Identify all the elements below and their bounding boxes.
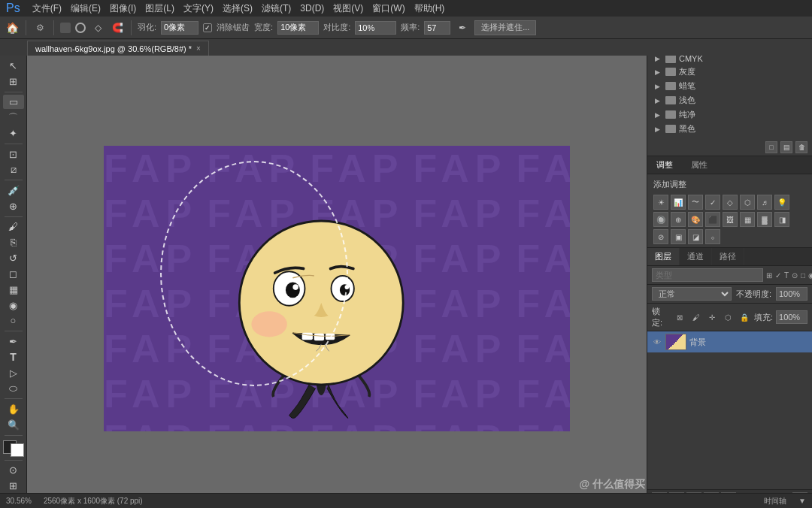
- color-selector[interactable]: [3, 440, 24, 457]
- light-group[interactable]: ▶ 浅色: [652, 93, 807, 107]
- marquee-tool-icon[interactable]: ▭: [3, 95, 24, 109]
- channels-tab[interactable]: 通道: [680, 248, 712, 265]
- fill-input[interactable]: [776, 310, 807, 324]
- rect-shape-icon[interactable]: [60, 23, 71, 33]
- hsl-adj-icon[interactable]: ⬡: [740, 195, 755, 210]
- mask-mode-icon[interactable]: ⊙: [3, 463, 24, 477]
- pattern-adj-icon[interactable]: ▣: [671, 229, 686, 244]
- select-mask-button[interactable]: 选择并遮住...: [474, 20, 536, 35]
- new-group-button[interactable]: ▤: [780, 141, 792, 153]
- filter-attr-icon[interactable]: ✓: [775, 268, 781, 282]
- menu-window[interactable]: 窗口(W): [372, 2, 404, 15]
- paths-tab[interactable]: 路径: [712, 248, 744, 265]
- stylus-pressure-icon[interactable]: ✒: [455, 20, 470, 35]
- shadow-adj-icon[interactable]: ◪: [688, 229, 703, 244]
- threshold-adj-icon[interactable]: ▦: [740, 212, 755, 227]
- shape-tool-icon[interactable]: ⬭: [3, 382, 24, 396]
- menu-layer[interactable]: 图层(L): [145, 2, 174, 15]
- pure-group[interactable]: ▶ 纯净: [652, 107, 807, 122]
- eraser-tool-icon[interactable]: ◻: [3, 267, 24, 281]
- pen-tool-icon[interactable]: ✒: [3, 334, 24, 349]
- history-brush-icon[interactable]: ↺: [3, 251, 24, 265]
- filter-smart-icon[interactable]: ⊙: [792, 268, 798, 282]
- clone-stamp-icon[interactable]: ⎘: [3, 235, 24, 249]
- opacity-input[interactable]: [776, 287, 807, 301]
- lasso-tool-icon[interactable]: ⌒: [3, 110, 24, 125]
- menu-view[interactable]: 视图(V): [333, 2, 363, 15]
- path-select-icon[interactable]: ▷: [3, 366, 24, 380]
- lock-transparent-icon[interactable]: ⊠: [673, 310, 686, 324]
- properties-tab[interactable]: 属性: [682, 156, 717, 174]
- screen-mode-icon[interactable]: ⊞: [3, 479, 24, 493]
- adjust-tab[interactable]: 调整: [647, 156, 682, 174]
- magic-wand-icon[interactable]: ✦: [3, 126, 24, 141]
- grayscale-group[interactable]: ▶ 灰度: [652, 65, 807, 79]
- antialias-checkbox[interactable]: ✓: [203, 23, 212, 32]
- filter-kind-icon[interactable]: ⊞: [766, 268, 772, 282]
- gradient-tool-icon[interactable]: ▦: [3, 283, 24, 297]
- crop-tool-icon[interactable]: ⊡: [3, 147, 24, 162]
- move-tool-icon[interactable]: ↖: [3, 59, 24, 73]
- hand-tool-icon[interactable]: ✋: [3, 402, 24, 416]
- layers-tab[interactable]: 图层: [647, 248, 680, 265]
- brightness-adj-icon[interactable]: ☀: [653, 195, 668, 210]
- brush-tool-icon[interactable]: 🖌: [3, 220, 24, 234]
- canvas-area[interactable]: FAPFAPFAPFAPFAPF FAPFAPFAPFAPFAPF FAPFAP…: [27, 56, 647, 493]
- posterize-adj-icon[interactable]: 🖼: [723, 212, 738, 227]
- menu-file[interactable]: 文件(F): [32, 2, 62, 15]
- menu-filter[interactable]: 滤镜(T): [262, 2, 291, 15]
- delete-swatch-button[interactable]: 🗑: [795, 141, 807, 153]
- menu-select[interactable]: 选择(S): [223, 2, 253, 15]
- width-input[interactable]: [277, 21, 319, 35]
- feather-input[interactable]: [161, 21, 198, 35]
- vibrance-adj-icon[interactable]: ◇: [723, 195, 738, 210]
- artboard-tool-icon[interactable]: ⊞: [3, 74, 24, 89]
- eyedropper-icon[interactable]: 💉: [3, 183, 24, 198]
- black-group[interactable]: ▶ 黑色: [652, 122, 807, 136]
- bw-adj-icon[interactable]: 💡: [774, 195, 789, 210]
- filter-selected-icon[interactable]: □: [801, 268, 805, 282]
- layer-visibility-icon[interactable]: 👁: [652, 337, 662, 347]
- contrast-input[interactable]: [355, 21, 396, 35]
- circle-shape-icon[interactable]: [75, 23, 86, 33]
- colorbalance-adj-icon[interactable]: ♬: [757, 195, 772, 210]
- filter-toggle-icon[interactable]: ◉: [808, 268, 812, 282]
- lock-position-icon[interactable]: ✛: [705, 310, 719, 324]
- menu-edit[interactable]: 编辑(E): [71, 2, 101, 15]
- lock-artboard-icon[interactable]: ⬡: [722, 310, 735, 324]
- selectivecolor-adj-icon[interactable]: ◨: [774, 212, 789, 227]
- photofilter-adj-icon[interactable]: 🔘: [653, 212, 668, 227]
- tool-options-icon[interactable]: ⚙: [32, 20, 47, 35]
- menu-text[interactable]: 文字(Y): [183, 2, 214, 15]
- layers-filter-input[interactable]: [652, 268, 763, 282]
- healing-brush-icon[interactable]: ⊕: [3, 199, 24, 213]
- exposure-adj-icon[interactable]: ✓: [705, 195, 720, 210]
- tab-close-button[interactable]: ×: [196, 44, 201, 53]
- levels-adj-icon[interactable]: 📊: [671, 195, 686, 210]
- new-swatch-button[interactable]: □: [765, 141, 777, 153]
- filter-color-icon[interactable]: T: [784, 268, 789, 282]
- polygon-shape-icon[interactable]: ◇: [90, 20, 105, 35]
- menu-3d[interactable]: 3D(D): [300, 3, 324, 14]
- magnetic-select-icon[interactable]: 🧲: [110, 20, 125, 35]
- blur-tool-icon[interactable]: ◉: [3, 298, 24, 313]
- gradient-adj-icon[interactable]: ▓: [757, 212, 772, 227]
- lock-image-icon[interactable]: 🖌: [689, 310, 703, 324]
- freq-input[interactable]: [424, 21, 450, 35]
- dodge-tool-icon[interactable]: ○: [3, 314, 24, 328]
- invert-adj-icon[interactable]: ⬛: [705, 212, 720, 227]
- document-tab[interactable]: wallhaven-6kg9ox.jpg @ 30.6%(RGB/8#) * ×: [27, 41, 209, 56]
- layer-item[interactable]: 👁 背景: [647, 331, 812, 352]
- blend-mode-select[interactable]: 正常 溶解 正片叠底 滤色: [652, 287, 732, 301]
- curves-adj-icon[interactable]: 〜: [688, 195, 703, 210]
- slice-tool-icon[interactable]: ⧄: [3, 163, 24, 177]
- channelmixer-adj-icon[interactable]: ⊕: [671, 212, 686, 227]
- extra-adj-icon[interactable]: ⬦: [705, 229, 720, 244]
- lock-all-icon[interactable]: 🔒: [738, 310, 751, 324]
- menu-help[interactable]: 帮助(H): [414, 2, 445, 15]
- crayon-group[interactable]: ▶ 蜡笔: [652, 79, 807, 93]
- home-icon[interactable]: 🏠: [5, 20, 20, 35]
- menu-image[interactable]: 图像(I): [110, 2, 136, 15]
- colorlookup-adj-icon[interactable]: 🎨: [688, 212, 703, 227]
- zoom-tool-icon[interactable]: 🔍: [3, 418, 24, 432]
